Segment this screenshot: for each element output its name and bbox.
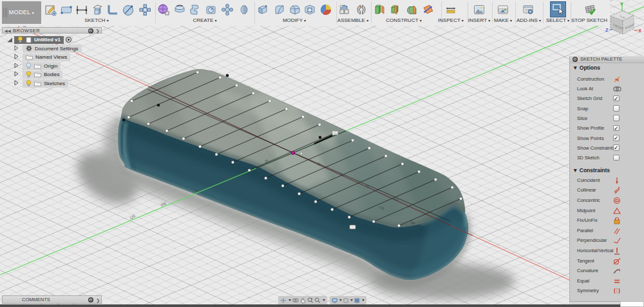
svg-text:100: 100 bbox=[160, 201, 167, 207]
svg-text:X: X bbox=[638, 28, 641, 34]
svg-text:Y: Y bbox=[620, 2, 623, 6]
svg-text:Z: Z bbox=[605, 27, 609, 33]
